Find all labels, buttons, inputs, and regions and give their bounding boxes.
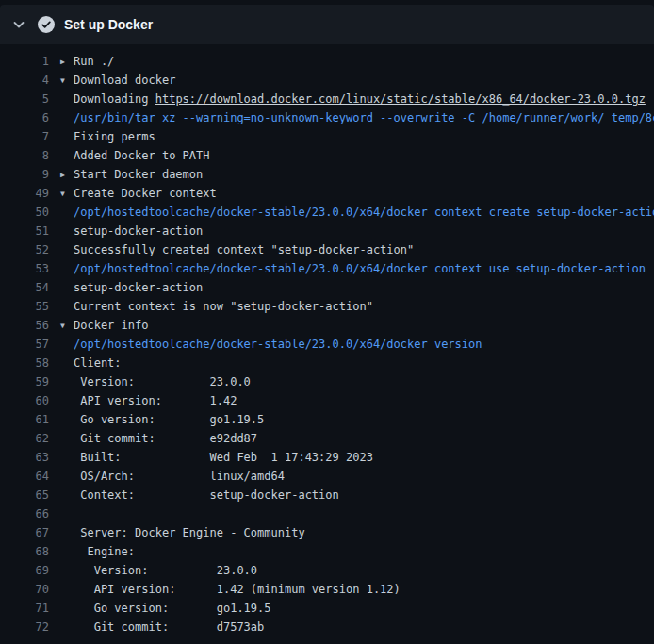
line-number[interactable]: 56 <box>0 316 49 335</box>
log-line-text: Server: Docker Engine - Community <box>74 526 305 539</box>
log-text: Git commit: e92dd87 <box>74 432 257 445</box>
log-group-toggle[interactable]: Create Docker context <box>74 187 217 200</box>
log-line: 69 Version: 23.0.0 <box>0 561 654 580</box>
line-number[interactable]: 71 <box>0 599 49 618</box>
line-number[interactable]: 66 <box>0 504 49 523</box>
log-line: 55Current context is now "setup-docker-a… <box>0 297 654 316</box>
group-toggle-icon[interactable]: ▼ <box>60 317 74 336</box>
log-text: Version: 23.0.0 <box>74 564 257 577</box>
line-number[interactable]: 1 <box>0 52 49 71</box>
log-text: Version: 23.0.0 <box>74 375 251 388</box>
log-line-text: /opt/hostedtoolcache/docker-stable/23.0.… <box>74 206 654 219</box>
line-number[interactable]: 57 <box>0 335 49 354</box>
line-number[interactable]: 67 <box>0 523 49 542</box>
line-number[interactable]: 6 <box>0 108 49 127</box>
line-number[interactable]: 58 <box>0 354 49 372</box>
log-group-toggle[interactable]: Download docker <box>74 74 175 87</box>
group-toggle-icon[interactable]: ▼ <box>60 185 74 204</box>
log-command-text: /opt/hostedtoolcache/docker-stable/23.0.… <box>74 206 654 219</box>
log-line: 56▼Docker info <box>0 316 654 335</box>
group-toggle-icon[interactable]: ▼ <box>60 72 74 91</box>
log-text: Git commit: d7573ab <box>74 620 264 634</box>
line-number[interactable]: 70 <box>0 580 49 599</box>
log-line-text: Context: setup-docker-action <box>74 488 339 502</box>
line-number[interactable]: 59 <box>0 372 49 391</box>
line-number[interactable]: 60 <box>0 391 49 410</box>
log-text: Current context is now "setup-docker-act… <box>74 300 373 313</box>
log-line-text: Fixing perms <box>74 130 155 143</box>
log-line-text: Engine: <box>74 545 135 558</box>
line-number[interactable]: 52 <box>0 240 49 259</box>
log-line: 49▼Create Docker context <box>0 184 654 203</box>
log-line: 51setup-docker-action <box>0 222 654 240</box>
line-number[interactable]: 9 <box>0 165 49 184</box>
log-line: 62 Git commit: e92dd87 <box>0 429 654 448</box>
log-command-text: /opt/hostedtoolcache/docker-stable/23.0.… <box>74 262 646 275</box>
log-group-toggle[interactable]: Docker info <box>74 319 148 332</box>
line-number[interactable]: 68 <box>0 542 49 561</box>
line-number[interactable]: 61 <box>0 410 49 429</box>
log-link[interactable]: https://download.docker.com/linux/static… <box>155 92 646 106</box>
line-number[interactable]: 69 <box>0 561 49 580</box>
log-text: Go version: go1.19.5 <box>74 413 264 426</box>
line-number[interactable]: 50 <box>0 203 49 222</box>
log-line-text: Go version: go1.19.5 <box>74 602 271 615</box>
log-text: Go version: go1.19.5 <box>74 602 271 615</box>
log-text: Context: setup-docker-action <box>74 488 339 502</box>
log-line-text: Downloading https://download.docker.com/… <box>74 92 646 106</box>
line-number[interactable]: 4 <box>0 71 49 90</box>
log-line: 58Client: <box>0 354 654 372</box>
log-line-text: /usr/bin/tar xz --warning=no-unknown-key… <box>74 111 654 124</box>
line-number[interactable]: 54 <box>0 278 49 297</box>
step-header[interactable]: Set up Docker <box>0 5 654 44</box>
log-line: 67 Server: Docker Engine - Community <box>0 523 654 542</box>
log-line-text: setup-docker-action <box>74 224 203 238</box>
line-number[interactable]: 51 <box>0 222 49 240</box>
log-group-toggle[interactable]: Start Docker daemon <box>74 168 203 181</box>
line-number[interactable]: 62 <box>0 429 49 448</box>
log-line: 57/opt/hostedtoolcache/docker-stable/23.… <box>0 335 654 354</box>
log-text: Fixing perms <box>74 130 155 143</box>
log-line: 4▼Download docker <box>0 71 654 90</box>
log-text: Successfully created context "setup-dock… <box>74 243 414 256</box>
log-line: 60 API version: 1.42 <box>0 391 654 410</box>
log-line: 9▶Start Docker daemon <box>0 165 654 184</box>
log-line-text: Client: <box>74 356 122 370</box>
step-title: Set up Docker <box>64 17 153 32</box>
group-toggle-icon[interactable]: ▶ <box>60 166 74 185</box>
line-number[interactable]: 63 <box>0 448 49 467</box>
actions-log-page: Set up Docker 1▶Run ./ 4▼Download docker… <box>0 0 654 644</box>
log-line: 72 Git commit: d7573ab <box>0 618 654 636</box>
line-number[interactable]: 7 <box>0 127 49 146</box>
group-toggle-icon[interactable]: ▶ <box>60 53 74 72</box>
log-text: Docker info <box>74 319 148 332</box>
log-text: Downloading <box>74 92 155 106</box>
log-text: Create Docker context <box>74 187 217 200</box>
log-line: 50/opt/hostedtoolcache/docker-stable/23.… <box>0 203 654 222</box>
line-number[interactable]: 65 <box>0 486 49 504</box>
check-circle-icon <box>38 16 55 33</box>
line-number[interactable]: 5 <box>0 90 49 108</box>
log-command-text: /usr/bin/tar xz --warning=no-unknown-key… <box>74 111 654 124</box>
log-line: 63 Built: Wed Feb 1 17:43:29 2023 <box>0 448 654 467</box>
log-command-text: /opt/hostedtoolcache/docker-stable/23.0.… <box>74 338 482 351</box>
log-container: 1▶Run ./ 4▼Download docker 5Downloading … <box>0 44 654 636</box>
line-number[interactable]: 8 <box>0 146 49 165</box>
log-line-text: Git commit: e92dd87 <box>74 432 257 445</box>
log-line: 1▶Run ./ <box>0 52 654 71</box>
log-text: setup-docker-action <box>74 281 203 294</box>
log-line: 66 <box>0 504 654 523</box>
line-number[interactable]: 49 <box>0 184 49 203</box>
log-line: 6/usr/bin/tar xz --warning=no-unknown-ke… <box>0 108 654 127</box>
line-number[interactable]: 64 <box>0 467 49 486</box>
log-line: 54setup-docker-action <box>0 278 654 297</box>
line-number[interactable]: 72 <box>0 618 49 636</box>
log-line: 5Downloading https://download.docker.com… <box>0 90 654 108</box>
chevron-down-icon[interactable] <box>11 17 26 32</box>
line-number[interactable]: 55 <box>0 297 49 316</box>
log-line-text: /opt/hostedtoolcache/docker-stable/23.0.… <box>74 338 482 351</box>
log-group-toggle[interactable]: Run ./ <box>74 55 114 68</box>
log-text: API version: 1.42 <box>74 394 237 407</box>
log-line-text: Go version: go1.19.5 <box>74 413 264 426</box>
line-number[interactable]: 53 <box>0 259 49 278</box>
